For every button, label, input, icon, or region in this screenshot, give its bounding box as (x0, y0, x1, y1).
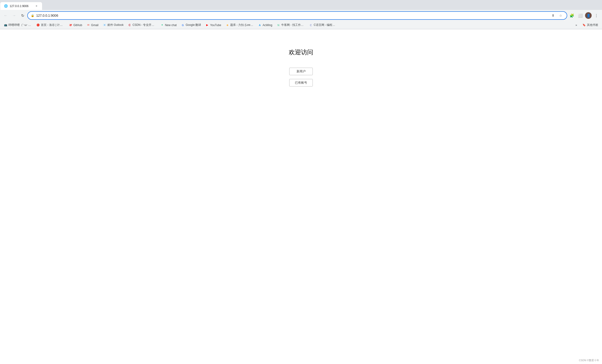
navigation-bar: ← → ↻ 🔒 ⬆ ☆ 🧩 ⬜ 👤 ⋮ (0, 10, 602, 21)
csdn-label: CSDN - 专业开发... (132, 23, 156, 27)
bookmark-clang[interactable]: C C语言网 - 编程入... (307, 22, 339, 28)
leetcode-favicon: ◈ (226, 23, 229, 27)
tab-close-button[interactable]: ✕ (34, 4, 38, 8)
active-tab[interactable]: 🌐 127.0.0.1:9006 ✕ (0, 2, 42, 10)
leetcode-label: 题库 - 力扣 (LeetC... (230, 23, 254, 27)
google-translate-favicon: G (181, 23, 185, 27)
bookmarks-bar: 📺 哔哩哔哩（'･ω･）... 🔴 首页 - 洛谷 | 计算... 🐙 GitH… (0, 21, 602, 29)
reload-button[interactable]: ↻ (19, 12, 26, 19)
github-label: GitHub (73, 23, 82, 27)
clang-label: C语言网 - 编程入... (314, 23, 337, 27)
nav-right-buttons: 🧩 ⬜ 👤 ⋮ (568, 12, 600, 19)
bookmark-leetcode[interactable]: ◈ 题库 - 力扣 (LeetC... (224, 22, 256, 28)
extensions-button[interactable]: 🧩 (568, 12, 576, 19)
overflow-chevron: » (575, 23, 577, 27)
bookmark-acwing[interactable]: A AcWing (256, 22, 274, 28)
nowcoder-label: 牛客网 - 找工作神... (281, 23, 305, 27)
gmail-favicon: ✉ (86, 23, 90, 27)
gmail-label: Gmail (91, 23, 98, 27)
bookmark-newchat[interactable]: ✦ New chat (158, 22, 179, 28)
other-bookmarks[interactable]: 🔖 其他书签 (580, 22, 600, 28)
outlook-favicon: 📧 (103, 23, 107, 27)
other-bookmarks-label: 其他书签 (587, 23, 598, 27)
bookmark-luogu[interactable]: 🔴 首页 - 洛谷 | 计算... (34, 22, 66, 28)
bookmark-google-translate[interactable]: G Google 翻译 (179, 22, 203, 28)
address-bar-actions: ⬆ ☆ (550, 12, 564, 19)
acwing-label: AcWing (263, 23, 272, 27)
bookmark-github[interactable]: 🐙 GitHub (67, 22, 84, 28)
nowcoder-favicon: N (277, 23, 280, 27)
bilibili-favicon: 📺 (4, 23, 8, 27)
sidebar-button[interactable]: ⬜ (577, 12, 584, 19)
page-footer: CSDN ©繁星十年 (579, 359, 599, 362)
bookmark-outlook[interactable]: 📧 邮件 Outlook (101, 22, 126, 28)
address-bar-container[interactable]: 🔒 ⬆ ☆ (27, 11, 567, 20)
clang-favicon: C (309, 23, 313, 27)
back-button[interactable]: ← (2, 12, 9, 19)
newchat-label: New chat (165, 23, 177, 27)
bookmark-nowcoder[interactable]: N 牛客网 - 找工作神... (275, 22, 307, 28)
security-icon: 🔒 (31, 14, 34, 17)
share-button[interactable]: ⬆ (550, 12, 556, 19)
other-bookmarks-favicon: 🔖 (582, 23, 586, 27)
page-content: 欢迎访问 新用户 已有账号 (0, 29, 602, 364)
youtube-favicon: ▶ (205, 23, 209, 27)
bilibili-label: 哔哩哔哩（'･ω･）... (9, 23, 32, 27)
bookmark-gmail[interactable]: ✉ Gmail (85, 22, 100, 28)
newchat-favicon: ✦ (160, 23, 164, 27)
bookmark-csdn[interactable]: C CSDN - 专业开发... (126, 22, 158, 28)
acwing-favicon: A (258, 23, 262, 27)
github-favicon: 🐙 (69, 23, 72, 27)
google-translate-label: Google 翻译 (185, 23, 201, 27)
luogu-favicon: 🔴 (36, 23, 40, 27)
existing-user-button[interactable]: 已有账号 (289, 79, 313, 86)
luogu-label: 首页 - 洛谷 | 计算... (41, 23, 64, 27)
bookmark-star-button[interactable]: ☆ (557, 12, 564, 19)
menu-button[interactable]: ⋮ (593, 12, 600, 19)
address-input[interactable] (36, 14, 548, 17)
tab-title: 127.0.0.1:9006 (10, 4, 33, 8)
youtube-label: YouTube (210, 23, 221, 27)
footer-text: CSDN ©繁星十年 (579, 359, 599, 362)
new-user-button[interactable]: 新用户 (289, 68, 313, 75)
bookmark-youtube[interactable]: ▶ YouTube (204, 22, 223, 28)
profile-avatar[interactable]: 👤 (585, 12, 592, 19)
tab-bar: 🌐 127.0.0.1:9006 ✕ (0, 0, 602, 10)
browser-chrome: 🌐 127.0.0.1:9006 ✕ ← → ↻ 🔒 ⬆ ☆ 🧩 ⬜ 👤 ⋮ 📺 (0, 0, 602, 29)
forward-button[interactable]: → (10, 12, 18, 19)
csdn-favicon: C (128, 23, 131, 27)
outlook-label: 邮件 Outlook (108, 23, 124, 27)
bookmark-bilibili[interactable]: 📺 哔哩哔哩（'･ω･）... (2, 22, 34, 28)
page-title: 欢迎访问 (289, 48, 313, 56)
tab-favicon: 🌐 (4, 4, 8, 8)
bookmarks-overflow-button[interactable]: » (574, 22, 579, 28)
